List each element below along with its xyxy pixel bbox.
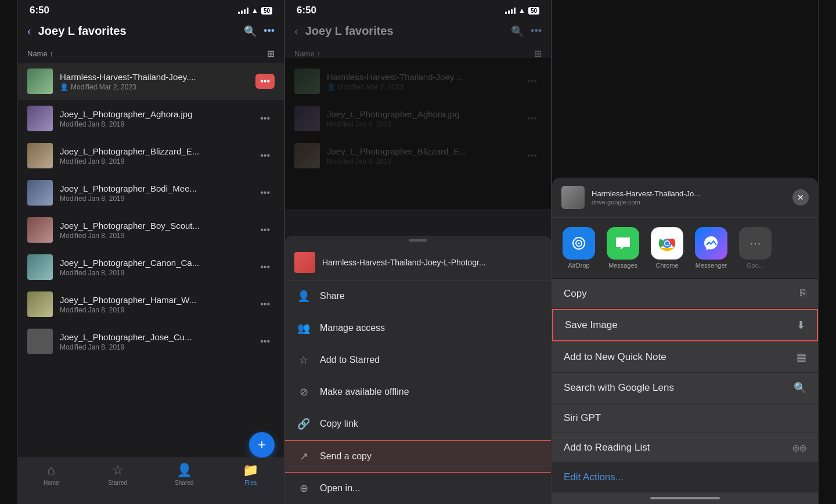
wifi-icon-2: ▲ xyxy=(518,6,525,15)
fab-button-1[interactable]: + xyxy=(249,432,275,458)
grid-toggle-1[interactable]: ⊞ xyxy=(267,48,275,59)
battery-1: 50 xyxy=(261,7,272,15)
file-thumbnail xyxy=(27,180,53,206)
more-options-button[interactable]: ••• xyxy=(255,297,275,312)
action-google-lens[interactable]: Search with Google Lens 🔍 xyxy=(552,373,818,403)
action-siri-gpt-label: Siri GPT xyxy=(564,412,806,424)
phone-3: 6:50 ▲ 49 Harmless-Harvest-Thailand-Jo..… xyxy=(552,0,819,504)
more-options-button[interactable]: ••• xyxy=(255,74,275,89)
action-quick-note-label: Add to New Quick Note xyxy=(564,351,797,363)
action-siri-gpt[interactable]: Siri GPT xyxy=(552,404,818,433)
more-options-button[interactable]: ••• xyxy=(255,334,275,349)
tab-starred[interactable]: ☆ Starred xyxy=(85,463,152,486)
search-button-1[interactable]: 🔍 xyxy=(244,25,257,38)
tab-shared[interactable]: 👤 Shared xyxy=(151,463,218,486)
list-item[interactable]: Harmless-Harvest-Thailand-Joey.... 👤 Mod… xyxy=(18,63,284,100)
list-item[interactable]: Joey_L_Photographer_Bodi_Mee... Modified… xyxy=(18,174,284,211)
shared-icon: 👤 xyxy=(60,83,69,91)
list-item[interactable]: Joey_L_Photographer_Boy_Scout... Modifie… xyxy=(18,211,284,249)
share-sheet: Harmless-Harvest-Thailand-Jo... drive.go… xyxy=(552,178,818,504)
list-item[interactable]: Joey_L_Photographer_Jose_Cu... Modified … xyxy=(18,323,284,360)
share-close-button[interactable]: ✕ xyxy=(792,189,809,206)
signal-icon-2 xyxy=(505,7,516,14)
app-item-more[interactable]: ⋯ Goo... xyxy=(736,227,775,269)
action-reading-list[interactable]: Add to Reading List ◎◎ xyxy=(552,433,818,462)
menu-label: Copy link xyxy=(320,419,539,429)
more-options-button[interactable]: ••• xyxy=(255,222,275,237)
file-name: Joey_L_Photographer_Blizzard_E... xyxy=(60,146,248,156)
more-options-button[interactable]: ••• xyxy=(255,185,275,200)
action-save-image[interactable]: Save Image ⬇ xyxy=(552,309,818,341)
tab-home-label: Home xyxy=(44,480,59,486)
menu-item-send-copy[interactable]: ↗ Send a copy xyxy=(285,440,551,473)
list-item[interactable]: Joey_L_Photographer_Aghora.jpg Modified … xyxy=(18,100,284,137)
context-menu-sheet: Harmless-Harvest-Thailand-Joey-L-Photogr… xyxy=(285,236,551,504)
back-button-2: ‹ xyxy=(294,24,298,38)
tab-starred-label: Starred xyxy=(108,480,127,486)
file-name: Joey_L_Photographer_Hamar_W... xyxy=(60,295,248,305)
context-file-name: Harmless-Harvest-Thailand-Joey-L-Photogr… xyxy=(322,258,486,267)
app-item-messages[interactable]: Messages xyxy=(603,227,643,269)
share-file-subtitle: drive.google.com xyxy=(592,199,785,206)
list-item[interactable]: Joey_L_Photographer_Canon_Ca... Modified… xyxy=(18,249,284,286)
list-item[interactable]: Joey_L_Photographer_Blizzard_E... Modifi… xyxy=(18,137,284,174)
file-meta: Modified Jan 8, 2019 xyxy=(60,120,248,128)
copy-icon: ⎘ xyxy=(800,287,806,300)
file-thumbnail xyxy=(27,143,53,168)
tab-files[interactable]: 📁 Files xyxy=(218,463,284,486)
tab-home[interactable]: ⌂ Home xyxy=(18,463,85,486)
back-button-1[interactable]: ‹ xyxy=(27,24,31,38)
sort-label-1: Name ↑ xyxy=(27,49,53,58)
file-thumbnail xyxy=(27,254,53,280)
time-1: 6:50 xyxy=(30,5,49,16)
app-item-airdrop[interactable]: AirDrop xyxy=(559,227,599,269)
file-thumbnail xyxy=(27,69,53,94)
status-bar-1: 6:50 ▲ 50 xyxy=(18,0,284,20)
file-meta: 👤 Modified Mar 2, 2023 xyxy=(60,83,248,91)
file-info: Joey_L_Photographer_Boy_Scout... Modifie… xyxy=(60,221,248,240)
menu-item-share[interactable]: 👤 Share xyxy=(285,280,551,312)
file-name: Joey_L_Photographer_Canon_Ca... xyxy=(60,258,248,268)
file-name: Joey_L_Photographer_Boy_Scout... xyxy=(60,221,248,231)
action-quick-note[interactable]: Add to New Quick Note ▤ xyxy=(552,342,818,372)
file-name: Joey_L_Photographer_Jose_Cu... xyxy=(60,332,248,342)
action-copy[interactable]: Copy ⎘ xyxy=(552,279,818,308)
home-bar xyxy=(650,497,720,499)
menu-item-offline[interactable]: ⊘ Make available offline xyxy=(285,376,551,408)
phone-2: 6:50 ▲ 50 ‹ Joey L favorites 🔍 ••• Name … xyxy=(284,0,552,504)
menu-item-add-starred[interactable]: ☆ Add to Starred xyxy=(285,344,551,376)
action-edit-actions[interactable]: Edit Actions... xyxy=(552,463,818,492)
shared-icon: 👤 xyxy=(176,463,192,478)
file-meta: Modified Jan 8, 2019 xyxy=(60,306,248,314)
more-options-button[interactable]: ••• xyxy=(255,111,275,126)
app-item-messenger[interactable]: Messenger xyxy=(691,227,731,269)
menu-item-open-in[interactable]: ⊕ Open in... xyxy=(285,473,551,504)
menu-item-manage-access[interactable]: 👥 Manage access xyxy=(285,312,551,344)
menu-label: Manage access xyxy=(320,323,539,333)
scroll-indicator xyxy=(409,239,427,242)
phones-container: 6:50 ▲ 50 ‹ Joey L favorites 🔍 ••• Name … xyxy=(0,0,836,504)
menu-item-copy-link[interactable]: 🔗 Copy link xyxy=(285,408,551,440)
sort-bar-1: Name ↑ ⊞ xyxy=(18,45,284,63)
file-meta: Modified Jan 8, 2019 xyxy=(60,195,248,203)
wifi-icon-1: ▲ xyxy=(251,6,258,15)
list-item[interactable]: Joey_L_Photographer_Hamar_W... Modified … xyxy=(18,286,284,323)
context-file-thumb xyxy=(294,252,315,273)
more-options-button[interactable]: ••• xyxy=(255,148,275,163)
more-options-button[interactable]: ••• xyxy=(255,260,275,275)
battery-2: 50 xyxy=(528,7,539,15)
tab-files-label: Files xyxy=(244,480,257,486)
menu-label: Open in... xyxy=(320,483,539,494)
messenger-label: Messenger xyxy=(696,262,727,269)
time-2: 6:50 xyxy=(297,5,316,16)
file-meta: Modified Jan 8, 2019 xyxy=(60,232,248,240)
airdrop-icon xyxy=(563,227,595,260)
dim-overlay xyxy=(285,58,551,209)
files-icon: 📁 xyxy=(243,463,258,478)
chrome-icon xyxy=(651,227,683,260)
app-item-chrome[interactable]: Chrome xyxy=(647,227,687,269)
starred-icon: ☆ xyxy=(112,463,124,478)
svg-point-5 xyxy=(665,242,669,246)
more-button-1[interactable]: ••• xyxy=(264,25,275,37)
menu-label: Add to Starred xyxy=(320,355,539,365)
